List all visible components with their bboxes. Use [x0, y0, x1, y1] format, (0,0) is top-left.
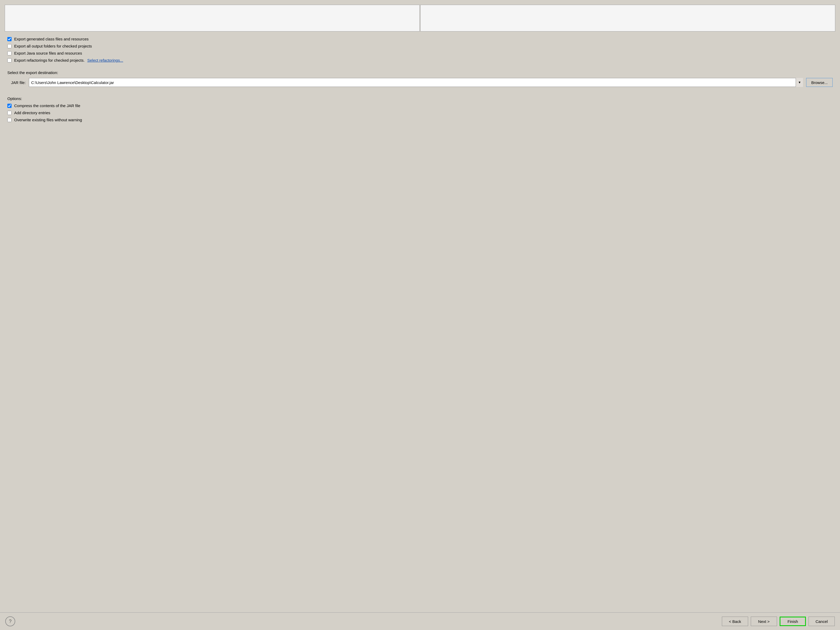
top-panel-left — [5, 5, 420, 32]
add-directory-label: Add directory entries — [14, 111, 51, 115]
next-button[interactable]: Next > — [751, 617, 777, 626]
export-refactorings-label: Export refactorings for checked projects… — [14, 58, 85, 63]
compress-jar-row: Compress the contents of the JAR file — [7, 103, 833, 108]
jar-file-label: JAR file: — [11, 81, 26, 85]
add-directory-checkbox[interactable] — [7, 111, 11, 115]
back-button[interactable]: < Back — [722, 617, 748, 626]
export-class-files-label: Export generated class files and resourc… — [14, 37, 88, 41]
export-output-folders-checkbox[interactable] — [7, 44, 11, 48]
cancel-button[interactable]: Cancel — [808, 617, 835, 626]
export-java-source-checkbox[interactable] — [7, 51, 11, 55]
overwrite-files-label: Overwrite existing files without warning — [14, 118, 82, 122]
add-directory-row: Add directory entries — [7, 111, 833, 115]
dialog-container: Export generated class files and resourc… — [0, 0, 840, 630]
compress-jar-label: Compress the contents of the JAR file — [14, 103, 81, 108]
export-java-source-label: Export Java source files and resources — [14, 51, 82, 55]
export-class-files-row: Export generated class files and resourc… — [7, 37, 833, 41]
jar-file-row: JAR file: ▼ Browse... — [7, 78, 833, 87]
export-java-source-row: Export Java source files and resources — [7, 51, 833, 55]
export-refactorings-checkbox[interactable] — [7, 58, 11, 63]
jar-input-container: ▼ — [29, 78, 803, 87]
finish-button[interactable]: Finish — [780, 617, 806, 626]
section-gap-2 — [7, 91, 833, 96]
select-refactorings-link[interactable]: Select refactorings... — [87, 58, 123, 63]
top-panel-right — [420, 5, 835, 32]
browse-button[interactable]: Browse... — [806, 78, 833, 87]
export-refactorings-row: Export refactorings for checked projects… — [7, 58, 833, 63]
export-class-files-checkbox[interactable] — [7, 37, 11, 41]
top-panels-area — [0, 0, 840, 34]
button-bar: ? < Back Next > Finish Cancel — [0, 613, 840, 630]
export-output-folders-label: Export all output folders for checked pr… — [14, 44, 92, 48]
export-output-folders-row: Export all output folders for checked pr… — [7, 44, 833, 48]
options-label: Options: — [7, 96, 833, 101]
section-gap-1 — [7, 65, 833, 70]
compress-jar-checkbox[interactable] — [7, 104, 11, 108]
overwrite-files-row: Overwrite existing files without warning — [7, 118, 833, 122]
overwrite-files-checkbox[interactable] — [7, 118, 11, 122]
jar-dropdown-arrow[interactable]: ▼ — [796, 78, 803, 87]
export-destination-label: Select the export destination: — [7, 70, 833, 75]
jar-file-input[interactable] — [29, 78, 803, 87]
help-button[interactable]: ? — [5, 616, 15, 626]
main-content: Export generated class files and resourc… — [0, 34, 840, 613]
